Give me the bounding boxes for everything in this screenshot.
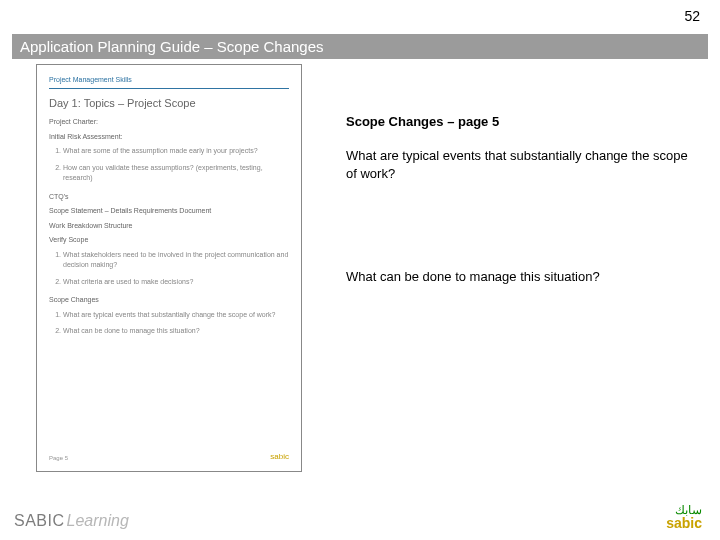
preview-scope-stmt: Scope Statement – Details Requirements D… xyxy=(49,206,289,217)
question-1: What are typical events that substantial… xyxy=(346,147,696,182)
footer-right-logo: سابك sabic xyxy=(666,504,702,530)
preview-verify-questions: What stakeholders need to be involved in… xyxy=(63,250,289,288)
right-heading: Scope Changes – page 5 xyxy=(346,114,696,129)
preview-vq2: What criteria are used to make decisions… xyxy=(63,277,289,288)
page-number: 52 xyxy=(684,8,700,24)
right-column: Scope Changes – page 5 What are typical … xyxy=(346,114,696,372)
preview-day-title: Day 1: Topics – Project Scope xyxy=(49,95,289,112)
preview-mini-logo: sabic xyxy=(270,451,289,463)
preview-scope-change-questions: What are typical events that substantial… xyxy=(63,310,289,337)
brand-sabic: SABIC xyxy=(14,512,65,530)
preview-rule xyxy=(49,88,289,89)
preview-q2: How can you validate these assumptions? … xyxy=(63,163,289,184)
preview-footer: Page 5 sabic xyxy=(49,451,289,463)
preview-scope-changes: Scope Changes xyxy=(49,295,289,306)
preview-sc2: What can be done to manage this situatio… xyxy=(63,326,289,337)
preview-sc1: What are typical events that substantial… xyxy=(63,310,289,321)
preview-verify: Verify Scope xyxy=(49,235,289,246)
brand-english: sabic xyxy=(666,516,702,530)
preview-page-label: Page 5 xyxy=(49,454,68,463)
question-2: What can be done to manage this situatio… xyxy=(346,268,696,286)
preview-wbs: Work Breakdown Structure xyxy=(49,221,289,232)
preview-ctq: CTQ's xyxy=(49,192,289,203)
title-bar: Application Planning Guide – Scope Chang… xyxy=(12,34,708,59)
preview-header: Project Management Skills xyxy=(49,75,289,86)
brand-learning: Learning xyxy=(67,512,129,530)
preview-ira: Initial Risk Assessment: xyxy=(49,132,289,143)
preview-q1: What are some of the assumption made ear… xyxy=(63,146,289,157)
preview-risk-questions: What are some of the assumption made ear… xyxy=(63,146,289,184)
slide: 52 Application Planning Guide – Scope Ch… xyxy=(0,0,720,540)
preview-charter: Project Charter: xyxy=(49,117,289,128)
preview-vq1: What stakeholders need to be involved in… xyxy=(63,250,289,271)
page-preview: Project Management Skills Day 1: Topics … xyxy=(36,64,302,472)
footer-left-logo: SABIC Learning xyxy=(14,512,129,530)
